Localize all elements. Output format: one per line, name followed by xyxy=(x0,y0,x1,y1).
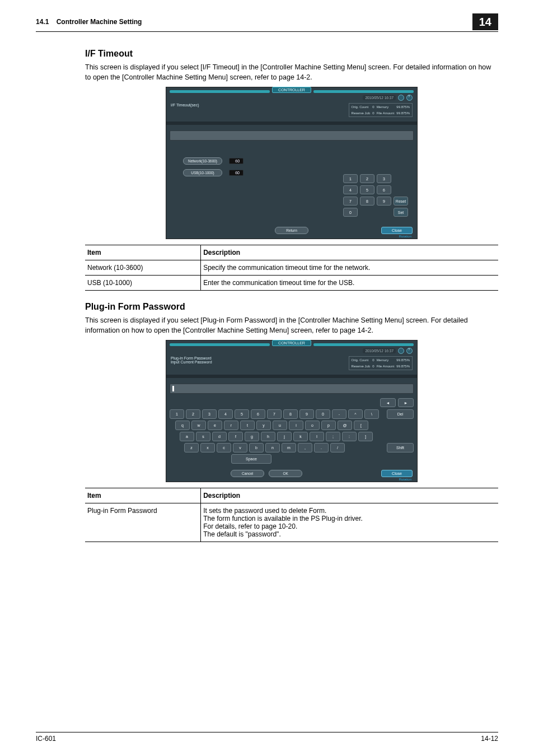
usb-field-button[interactable]: USB(10-1000) xyxy=(183,169,222,176)
key-l[interactable]: l xyxy=(310,432,324,441)
key-backslash[interactable]: \ xyxy=(364,409,379,419)
rotation-label: Rotation xyxy=(399,235,411,238)
key-slash[interactable]: / xyxy=(330,443,345,452)
rotation-label: Rotation xyxy=(399,478,411,481)
numpad-reset[interactable]: Reset xyxy=(394,197,408,206)
page-header: 14.1 Controller Machine Setting 14 xyxy=(36,13,498,32)
key-caret[interactable]: ^ xyxy=(348,409,363,419)
numpad-6[interactable]: 6 xyxy=(377,185,391,194)
table-row: Plug-in Form Password It sets the passwo… xyxy=(85,503,498,542)
key-a[interactable]: a xyxy=(180,432,194,441)
key-p[interactable]: p xyxy=(321,421,336,430)
key-0[interactable]: 0 xyxy=(316,409,330,419)
key-colon[interactable]: : xyxy=(342,432,357,441)
caret-left-button[interactable]: ◄ xyxy=(380,398,396,407)
key-r[interactable]: r xyxy=(224,421,238,430)
globe-icon[interactable] xyxy=(398,348,404,354)
key-i[interactable]: i xyxy=(289,421,303,430)
numpad-4[interactable]: 4 xyxy=(343,185,358,194)
if-timeout-heading: I/F Timeout xyxy=(85,49,498,59)
numpad-1[interactable]: 1 xyxy=(343,174,358,183)
key-s[interactable]: s xyxy=(196,432,210,441)
key-2[interactable]: 2 xyxy=(186,409,200,419)
key-g[interactable]: g xyxy=(245,432,259,441)
key-5[interactable]: 5 xyxy=(235,409,249,419)
numpad-8[interactable]: 8 xyxy=(360,197,374,206)
password-input[interactable] xyxy=(170,384,414,394)
key-u[interactable]: u xyxy=(273,421,287,430)
key-rbracket[interactable]: ] xyxy=(358,432,373,441)
section-heading: 14.1 Controller Machine Setting xyxy=(36,18,142,26)
plugin-password-table: Item Description Plug-in Form Password I… xyxy=(85,488,498,542)
table-row: USB (10-1000) Enter the communication ti… xyxy=(85,276,498,291)
tab-controller[interactable]: CONTROLLER xyxy=(272,340,311,346)
on-screen-keyboard: ◄ ► 1 2 3 4 5 6 7 8 9 0 - xyxy=(170,398,414,464)
network-value: 60 xyxy=(229,158,243,164)
section-number: 14.1 xyxy=(36,18,49,26)
key-9[interactable]: 9 xyxy=(299,409,314,419)
product-label: IC-601 xyxy=(36,735,56,743)
tab-controller[interactable]: CONTROLLER xyxy=(272,87,311,93)
key-semicolon[interactable]: ; xyxy=(326,432,340,441)
key-8[interactable]: 8 xyxy=(283,409,298,419)
key-b[interactable]: b xyxy=(249,443,264,452)
key-t[interactable]: t xyxy=(240,421,255,430)
network-field-button[interactable]: Network(10-3600) xyxy=(183,157,222,165)
key-o[interactable]: o xyxy=(305,421,320,430)
plugin-password-panel: CONTROLLER 2010/05/12 16:37 Plug-in Form… xyxy=(166,340,418,482)
numpad-2[interactable]: 2 xyxy=(360,174,374,183)
key-v[interactable]: v xyxy=(233,443,247,452)
key-space[interactable]: Space xyxy=(231,454,271,464)
key-3[interactable]: 3 xyxy=(202,409,217,419)
key-d[interactable]: d xyxy=(212,432,227,441)
key-n[interactable]: n xyxy=(265,443,280,452)
key-period[interactable]: . xyxy=(314,443,329,452)
key-shift[interactable]: Shift xyxy=(387,443,414,452)
key-at[interactable]: @ xyxy=(338,421,352,430)
key-lbracket[interactable]: [ xyxy=(354,421,368,430)
key-f[interactable]: f xyxy=(228,432,243,441)
numpad-7[interactable]: 7 xyxy=(343,197,358,206)
close-button[interactable]: Close xyxy=(381,470,413,477)
if-timeout-panel: CONTROLLER 2010/05/12 16:37 I/F Timeout(… xyxy=(166,87,418,239)
close-button[interactable]: Close xyxy=(381,227,413,234)
numpad-5[interactable]: 5 xyxy=(360,185,374,194)
key-z[interactable]: z xyxy=(184,443,199,452)
key-1[interactable]: 1 xyxy=(170,409,184,419)
section-title: Controller Machine Setting xyxy=(57,18,142,26)
key-m[interactable]: m xyxy=(282,443,296,452)
th-item: Item xyxy=(85,245,201,260)
plugin-password-heading: Plug-in Form Password xyxy=(85,302,498,312)
numpad-3[interactable]: 3 xyxy=(377,174,391,183)
numpad-9[interactable]: 9 xyxy=(377,197,391,206)
panel-title: I/F Timeout(sec) xyxy=(171,103,199,117)
key-6[interactable]: 6 xyxy=(251,409,265,419)
key-c[interactable]: c xyxy=(217,443,231,452)
th-desc: Description xyxy=(201,488,498,503)
key-j[interactable]: j xyxy=(277,432,292,441)
key-4[interactable]: 4 xyxy=(218,409,233,419)
ok-button[interactable]: OK xyxy=(269,470,302,477)
key-y[interactable]: y xyxy=(256,421,271,430)
key-k[interactable]: k xyxy=(293,432,308,441)
help-icon[interactable] xyxy=(406,348,413,354)
return-button[interactable]: Return xyxy=(275,227,308,234)
key-w[interactable]: w xyxy=(191,421,206,430)
key-del[interactable]: Del xyxy=(387,409,414,419)
page-footer: IC-601 14-12 xyxy=(36,732,498,743)
key-e[interactable]: e xyxy=(208,421,222,430)
numpad-0[interactable]: 0 xyxy=(343,208,358,217)
key-q[interactable]: q xyxy=(175,421,190,430)
key-7[interactable]: 7 xyxy=(267,409,282,419)
globe-icon[interactable] xyxy=(398,95,404,101)
text-cursor xyxy=(172,386,174,391)
caret-right-button[interactable]: ► xyxy=(398,398,414,407)
help-icon[interactable] xyxy=(406,95,413,101)
cancel-button[interactable]: Cancel xyxy=(231,470,264,477)
key-minus[interactable]: - xyxy=(332,409,346,419)
usb-value: 60 xyxy=(229,170,243,176)
key-x[interactable]: x xyxy=(200,443,215,452)
key-h[interactable]: h xyxy=(261,432,275,441)
numpad-set[interactable]: Set xyxy=(394,208,408,217)
key-comma[interactable]: , xyxy=(298,443,312,452)
